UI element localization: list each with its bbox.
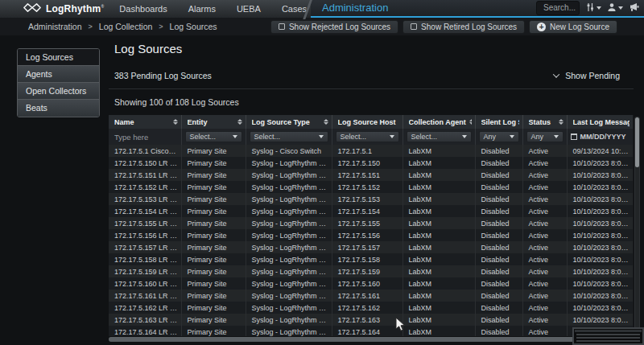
preferences-menu[interactable] <box>585 1 601 15</box>
search-input[interactable]: Search... <box>536 1 580 15</box>
column-header-log-source-type[interactable]: Log Source Type <box>246 115 332 129</box>
cell-name: 172.17.5.150 LR Sysl... <box>109 157 181 169</box>
cell-log-source-host: 172.17.5.157 <box>332 241 402 253</box>
cell-status: Active <box>522 157 567 169</box>
table-row[interactable]: 172.17.5.153 LR Sysl...Primary SiteSyslo… <box>109 193 633 205</box>
cell-name: 172.17.5.160 LR Sysl... <box>109 277 181 290</box>
cell-last-log-message: 10/10/2023 8:03 am <box>567 265 633 277</box>
sidebar-item-log-sources[interactable]: Log Sources <box>18 49 99 66</box>
sort-down-arrow <box>324 122 328 125</box>
user-menu[interactable] <box>607 1 623 15</box>
top-navbar: LogRhythm® DashboardsAlarmsUEBACasesSear… <box>0 0 644 18</box>
cell-log-source-host: 172.17.5.152 <box>332 181 402 193</box>
checkbox-icon[interactable] <box>279 23 285 30</box>
cell-collection-agent: LabXM <box>402 253 475 265</box>
cell-entity: Primary Site <box>181 277 246 290</box>
sort-icon[interactable] <box>173 119 178 125</box>
column-header-silent-log-sources[interactable]: Silent Log S... <box>475 115 522 129</box>
table-row[interactable]: 172.17.5.158 LR Sysl...Primary SiteSyslo… <box>109 253 633 265</box>
cell-collection-agent: LabXM <box>402 241 475 253</box>
pending-summary-row: 383 Pending Log Sources Show Pending <box>114 71 620 80</box>
cell-silent-log-sources: Disabled <box>475 277 522 290</box>
last-log-message-date-filter[interactable]: MM/DD/YYYY <box>571 133 630 141</box>
show-retired-button[interactable]: Show Retired Log Sources <box>402 20 525 34</box>
logrhythm-logo: LogRhythm® <box>0 2 104 16</box>
column-header-log-source-host[interactable]: Log Source Host <box>332 115 402 129</box>
column-header-entity[interactable]: Entity <box>181 115 246 129</box>
collection-agent-filter-select[interactable]: Select... <box>407 131 472 142</box>
name-filter-input[interactable]: Type here <box>112 133 178 142</box>
filter-cell-name: Type here <box>109 129 181 145</box>
filter-cell-collection-agent: Select... <box>402 129 475 145</box>
log-source-host-filter-select[interactable]: Select... <box>336 131 399 142</box>
cell-status: Active <box>522 169 567 181</box>
sidebar-item-beats[interactable]: Beats <box>18 100 99 117</box>
sort-icon[interactable] <box>559 119 564 125</box>
navbar-right-tools: Search... <box>536 0 639 16</box>
table-row[interactable]: 172.17.5.159 LR Sysl...Primary SiteSyslo… <box>109 265 633 277</box>
cell-collection-agent: LabXM <box>402 181 475 193</box>
table-row[interactable]: 172.17.5.164 LR Sysl...Primary SiteSyslo… <box>109 326 633 336</box>
horizontal-scrollbar[interactable] <box>109 337 634 342</box>
column-header-status[interactable]: Status <box>522 115 567 129</box>
show-rejected-button[interactable]: Show Rejected Log Sources <box>270 20 398 34</box>
breadcrumb-item-log-sources[interactable]: Log Sources <box>170 22 217 31</box>
show-pending-toggle[interactable]: Show Pending <box>554 71 620 80</box>
entity-filter-select[interactable]: Select... <box>185 131 242 142</box>
sort-icon[interactable] <box>237 119 242 125</box>
breadcrumb-item-administration[interactable]: Administration <box>28 22 82 31</box>
table-row[interactable]: 172.17.5.1 Cisco Swit...Primary SiteSysl… <box>109 145 633 157</box>
show-retired-label: Show Retired Log Sources <box>421 23 517 31</box>
horizontal-scrollbar-thumb[interactable] <box>109 337 614 342</box>
sort-icon[interactable] <box>469 119 472 125</box>
table-row[interactable]: 172.17.5.150 LR Sysl...Primary SiteSyslo… <box>109 157 633 169</box>
breadcrumb-item-log-collection[interactable]: Log Collection <box>99 22 153 31</box>
table-row[interactable]: 172.17.5.163 LR Sysl...Primary SiteSyslo… <box>109 314 633 326</box>
cell-collection-agent: LabXM <box>402 205 475 217</box>
vertical-scrollbar-thumb[interactable] <box>635 117 639 167</box>
log-sources-table-container: NameEntityLog Source TypeLog Source Host… <box>109 115 634 336</box>
chevron-down-icon <box>597 6 601 10</box>
table-row[interactable]: 172.17.5.155 LR Sysl...Primary SiteSyslo… <box>109 217 633 229</box>
cell-log-source-type: Syslog - LogRhythm Syslog Ge... <box>246 326 332 336</box>
sidebar-item-open-collectors[interactable]: Open Collectors <box>18 83 99 100</box>
status-filter-select[interactable]: Any <box>526 131 564 142</box>
nav-item-alarms[interactable]: Alarms <box>178 0 226 18</box>
column-header-last-log-message[interactable]: Last Log Message <box>567 115 633 129</box>
table-row[interactable]: 172.17.5.160 LR Sysl...Primary SiteSyslo… <box>109 277 633 290</box>
table-row[interactable]: 172.17.5.156 LR Sysl...Primary SiteSyslo… <box>109 229 633 241</box>
cell-name: 172.17.5.157 LR Sysl... <box>109 241 181 253</box>
checkbox-icon[interactable] <box>411 23 417 30</box>
table-row[interactable]: 172.17.5.151 LR Sysl...Primary SiteSyslo… <box>109 169 633 181</box>
log-source-type-filter-select[interactable]: Select... <box>250 131 328 142</box>
cell-name: 172.17.5.158 LR Sysl... <box>109 253 181 265</box>
table-row[interactable]: 172.17.5.154 LR Sysl...Primary SiteSyslo… <box>109 205 633 217</box>
select-value: Select... <box>190 133 217 141</box>
cell-silent-log-sources: Disabled <box>475 265 522 277</box>
cell-collection-agent: LabXM <box>402 302 475 314</box>
cell-silent-log-sources: Disabled <box>475 157 522 169</box>
cell-entity: Primary Site <box>181 302 246 314</box>
breadcrumb-separator: > <box>159 23 163 31</box>
megaphone-icon[interactable] <box>629 1 639 15</box>
table-row[interactable]: 172.17.5.162 LR Sysl...Primary SiteSyslo… <box>109 302 633 314</box>
nav-item-ueba[interactable]: UEBA <box>226 0 271 18</box>
sidebar-item-agents[interactable]: Agents <box>18 66 99 83</box>
vertical-scrollbar[interactable] <box>634 117 640 335</box>
nav-item-dashboards[interactable]: Dashboards <box>109 0 177 18</box>
column-header-name[interactable]: Name <box>109 115 181 129</box>
column-header-collection-agent[interactable]: Collection Agent <box>402 115 475 129</box>
table-row[interactable]: 172.17.5.161 LR Sysl...Primary SiteSyslo… <box>109 290 633 302</box>
sort-up-arrow <box>559 119 564 121</box>
sort-icon[interactable] <box>324 119 328 125</box>
table-row[interactable]: 172.17.5.152 LR Sysl...Primary SiteSyslo… <box>109 181 633 193</box>
cell-log-source-type: Syslog - LogRhythm Syslog Ge... <box>246 229 332 241</box>
table-row[interactable]: 172.17.5.157 LR Sysl...Primary SiteSyslo… <box>109 241 633 253</box>
cell-log-source-type: Syslog - LogRhythm Syslog Ge... <box>246 314 332 326</box>
select-value: Select... <box>254 133 281 141</box>
new-log-source-button[interactable]: + New Log Source <box>529 20 617 34</box>
cell-collection-agent: LabXM <box>402 229 475 241</box>
cell-name: 172.17.5.163 LR Sysl... <box>109 314 181 326</box>
caret-down-icon <box>554 135 559 138</box>
silent-log-sources-filter-select[interactable]: Any <box>479 131 519 142</box>
